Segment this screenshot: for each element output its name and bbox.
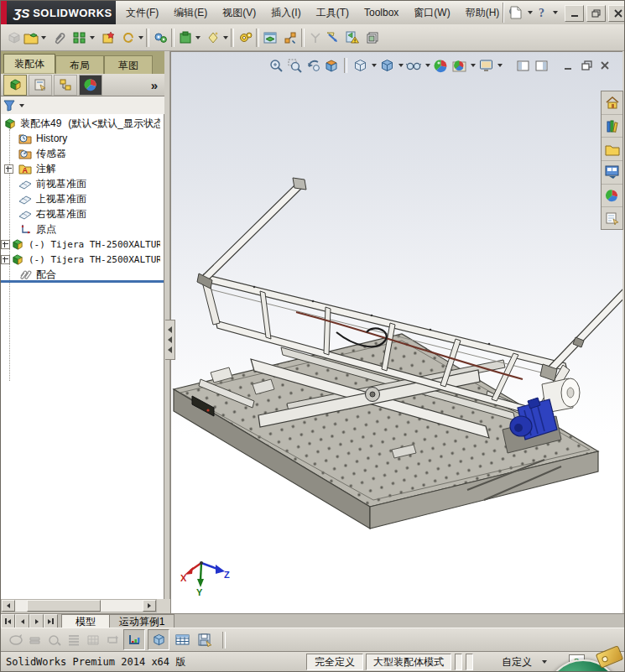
tree-item-component-1[interactable]: (-) Tijera TH-2500XALTURA: [1, 237, 160, 252]
filter-dropdown-icon[interactable]: [19, 104, 24, 107]
show-hidden-icon[interactable]: [177, 29, 194, 46]
help-dropdown-icon[interactable]: [553, 11, 558, 14]
expander-icon[interactable]: [4, 164, 13, 174]
view-orientation-dropdown-icon[interactable]: [372, 64, 377, 67]
configurationmanager-tab[interactable]: [54, 75, 77, 96]
tree-item-component-2[interactable]: (-) Tijera TH-2500XALTURA_: [1, 252, 160, 267]
tree-item-top-plane[interactable]: 上视基准面: [1, 191, 160, 206]
smart-fasteners-icon[interactable]: [100, 29, 117, 46]
view-palette-icon[interactable]: [602, 161, 622, 185]
features-dropdown-icon[interactable]: [223, 36, 228, 39]
update-warning-icon[interactable]: [344, 29, 361, 46]
tab-sketch[interactable]: 草图: [104, 55, 153, 75]
view-settings-dropdown-icon[interactable]: [497, 64, 503, 67]
file-explorer-icon[interactable]: [602, 138, 622, 161]
tab-scroll-first-button[interactable]: [1, 614, 15, 628]
window-restore-button[interactable]: [586, 5, 606, 22]
zoom-area-icon[interactable]: [286, 57, 303, 74]
new-window-icon[interactable]: [262, 29, 279, 46]
window-close-button[interactable]: [608, 5, 625, 22]
view-orientation-icon[interactable]: [352, 57, 368, 74]
document-minimize-button[interactable]: [560, 57, 576, 74]
component-pattern-icon[interactable]: [71, 29, 88, 46]
pane-left-toggle-icon[interactable]: [514, 57, 531, 74]
zoom-fit-icon[interactable]: [268, 57, 284, 74]
window-minimize-button[interactable]: [565, 5, 584, 22]
document-close-button[interactable]: [596, 57, 613, 74]
tree-item-front-plane[interactable]: 前视基准面: [1, 176, 160, 191]
cube-icon[interactable]: [148, 629, 169, 650]
featuremanager-tab[interactable]: [3, 75, 27, 96]
pattern-dropdown-icon[interactable]: [90, 36, 95, 39]
gears-icon[interactable]: [152, 29, 169, 46]
display-style-dropdown-icon[interactable]: [398, 64, 404, 67]
assembly-features-icon[interactable]: [205, 29, 221, 46]
view-settings-icon[interactable]: [477, 57, 494, 74]
pane-right-toggle-icon[interactable]: [533, 57, 549, 74]
custom-dropdown-caret-icon[interactable]: [542, 660, 547, 664]
filter-icon[interactable]: [1, 98, 18, 113]
tab-layout[interactable]: 布局: [55, 55, 104, 75]
tab-scroll-prev-button[interactable]: [15, 614, 29, 628]
tree-item-origin[interactable]: 原点: [1, 221, 160, 237]
edit-appearance-icon[interactable]: [432, 57, 449, 74]
new-document-dropdown-icon[interactable]: [528, 11, 533, 14]
help-icon[interactable]: ?: [534, 4, 549, 21]
tree-splitter[interactable]: [1, 280, 164, 283]
apply-scene-icon[interactable]: [451, 57, 467, 74]
exploded-view-icon[interactable]: [282, 29, 299, 46]
apply-scene-dropdown-icon[interactable]: [471, 64, 476, 67]
expander-icon[interactable]: [1, 255, 10, 264]
menu-toolbox[interactable]: Toolbox: [357, 3, 406, 22]
tree-item-annotations[interactable]: A 注解: [1, 161, 160, 176]
snapshot-icon[interactable]: [364, 29, 381, 46]
appearances-icon[interactable]: [602, 185, 622, 208]
tree-item-right-plane[interactable]: 右视基准面: [1, 206, 160, 221]
tab-model[interactable]: 模型: [61, 614, 110, 628]
previous-view-icon[interactable]: [305, 57, 321, 74]
section-view-icon[interactable]: [323, 57, 340, 74]
move-component-icon[interactable]: [120, 29, 137, 46]
show-hidden-dropdown-icon[interactable]: [195, 36, 201, 39]
graphics-area[interactable]: X Y Z: [170, 51, 622, 614]
document-restore-button[interactable]: [578, 57, 595, 74]
menu-file[interactable]: 文件(F): [118, 3, 166, 23]
tab-scroll-next-button[interactable]: [29, 614, 44, 628]
menu-help[interactable]: 帮助(H): [458, 3, 508, 23]
custom-properties-icon[interactable]: [602, 207, 622, 229]
propertymanager-tab[interactable]: [29, 75, 52, 96]
tree-root-row[interactable]: 装配体49 (默认<默认_显示状态: [1, 116, 160, 131]
mate-icon[interactable]: [51, 29, 68, 46]
save-icon[interactable]: [195, 632, 215, 649]
status-custom-dropdown[interactable]: 自定义: [492, 654, 557, 669]
panel-collapse-handle[interactable]: [165, 320, 175, 360]
menu-insert[interactable]: 插入(I): [263, 3, 308, 23]
menu-window[interactable]: 窗口(W): [406, 3, 457, 23]
scrollbar-thumb[interactable]: [27, 600, 101, 612]
displaymanager-tab[interactable]: [79, 75, 102, 96]
menu-view[interactable]: 视图(V): [215, 3, 263, 23]
scroll-left-button[interactable]: [2, 600, 15, 612]
tab-assembly[interactable]: 装配体: [3, 54, 55, 73]
tree-horizontal-scrollbar[interactable]: [1, 599, 157, 612]
display-style-icon[interactable]: [378, 57, 395, 74]
tab-scroll-last-button[interactable]: [44, 614, 58, 628]
manager-expand-chevron[interactable]: »: [151, 78, 158, 92]
tree-item-sensors[interactable]: 传感器: [1, 146, 160, 161]
scroll-right-button[interactable]: [143, 600, 156, 612]
home-icon[interactable]: [602, 91, 622, 115]
motion-gears-icon[interactable]: [237, 29, 253, 46]
design-library-icon[interactable]: [602, 115, 622, 138]
menu-tools[interactable]: 工具(T): [309, 3, 357, 23]
measure-arrow-icon[interactable]: [324, 29, 341, 46]
expander-icon[interactable]: [1, 240, 10, 249]
new-document-icon[interactable]: [508, 4, 524, 21]
tree-item-history[interactable]: History: [1, 131, 160, 146]
table-icon[interactable]: [172, 632, 192, 649]
insert-from-file-icon[interactable]: [23, 29, 39, 46]
move-dropdown-icon[interactable]: [138, 36, 143, 39]
model-3d-view[interactable]: X Y Z: [171, 52, 622, 613]
hide-show-icon[interactable]: [405, 57, 422, 74]
tab-motion-study-1[interactable]: 运动算例1: [110, 614, 174, 628]
insert-dropdown-icon[interactable]: [41, 36, 46, 39]
